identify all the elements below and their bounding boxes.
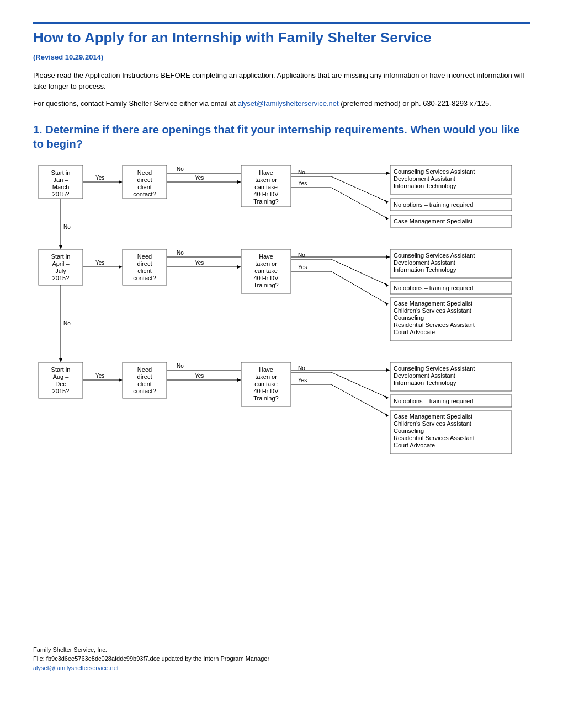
svg-text:2015?: 2015? — [52, 388, 70, 394]
footer-line2: File: fb9c3d6ee5763e8dc028afddc99b93f7.d… — [33, 654, 530, 663]
svg-line-37 — [331, 188, 386, 218]
svg-text:Yes: Yes — [195, 373, 204, 379]
svg-line-82 — [331, 271, 386, 303]
svg-text:Children's Services Assistant: Children's Services Assistant — [394, 420, 471, 427]
svg-text:No: No — [177, 250, 184, 256]
svg-text:Training?: Training? — [253, 395, 278, 402]
svg-text:can take: can take — [254, 381, 278, 387]
svg-text:Training?: Training? — [253, 282, 278, 288]
svg-text:contact?: contact? — [133, 191, 156, 197]
svg-text:can take: can take — [254, 184, 278, 190]
svg-text:Yes: Yes — [195, 175, 204, 181]
intro-para1: Please read the Application Instructions… — [33, 70, 530, 92]
svg-line-125 — [331, 372, 386, 397]
svg-text:No: No — [298, 252, 305, 258]
svg-text:direct: direct — [137, 176, 152, 183]
svg-marker-43 — [59, 245, 62, 249]
svg-text:Start in: Start in — [51, 169, 71, 176]
footer-email: alyset@familyshelterservice.net — [33, 663, 530, 673]
svg-marker-100 — [119, 378, 123, 382]
footer-email-link[interactable]: alyset@familyshelterservice.net — [33, 665, 119, 671]
svg-text:Need: Need — [137, 169, 152, 176]
svg-text:Yes: Yes — [298, 377, 307, 383]
svg-text:No: No — [298, 169, 305, 175]
svg-text:Case Management Specialist: Case Management Specialist — [394, 413, 472, 420]
svg-marker-22 — [237, 180, 241, 184]
svg-marker-132 — [385, 413, 389, 417]
svg-text:Information Technology: Information Technology — [394, 266, 456, 273]
svg-text:Training?: Training? — [253, 198, 278, 205]
section1-title: 1. Determine if there are openings that … — [33, 122, 530, 151]
svg-text:March: March — [52, 184, 70, 190]
svg-text:Development Assistant: Development Assistant — [394, 175, 455, 182]
svg-text:No options – training required: No options – training required — [394, 398, 473, 404]
svg-text:Case Management Specialist: Case Management Specialist — [394, 300, 472, 307]
flowchart-diagram: Start in Jan – March 2015? Yes Need dire… — [33, 160, 530, 634]
svg-text:Yes: Yes — [298, 264, 307, 270]
svg-text:Development Assistant: Development Assistant — [394, 372, 455, 379]
contact-text: For questions, contact Family Shelter Se… — [33, 98, 530, 109]
svg-text:Development Assistant: Development Assistant — [394, 259, 455, 266]
email-link[interactable]: alyset@familyshelterservice.net — [238, 99, 339, 108]
svg-text:No: No — [177, 166, 184, 172]
svg-marker-67 — [237, 265, 241, 269]
svg-text:Residential Services Assistant: Residential Services Assistant — [394, 322, 475, 328]
svg-text:Children's Services Assistant: Children's Services Assistant — [394, 307, 471, 314]
svg-text:No: No — [298, 365, 305, 371]
footer-line1: Family Shelter Service, Inc. — [33, 645, 530, 655]
footer: Family Shelter Service, Inc. File: fb9c3… — [33, 645, 530, 673]
svg-text:No: No — [177, 363, 184, 369]
svg-text:Dec: Dec — [55, 381, 66, 387]
svg-text:40 Hr DV: 40 Hr DV — [253, 191, 279, 197]
svg-text:Start in: Start in — [51, 366, 71, 373]
svg-text:Need: Need — [137, 366, 152, 373]
svg-text:Have: Have — [259, 253, 273, 260]
svg-text:client: client — [137, 381, 152, 387]
revised-label: (Revised 10.29.2014) — [33, 53, 103, 61]
svg-text:contact?: contact? — [133, 275, 156, 281]
top-border — [33, 22, 530, 24]
svg-marker-51 — [119, 265, 123, 269]
svg-text:Case Management Specialist: Case Management Specialist — [394, 218, 472, 224]
svg-marker-126 — [385, 395, 389, 399]
svg-text:Information Technology: Information Technology — [394, 379, 456, 386]
svg-text:2015?: 2015? — [52, 191, 70, 197]
svg-text:taken or: taken or — [255, 176, 277, 183]
page-title: How to Apply for an Internship with Fami… — [33, 29, 530, 63]
svg-text:Have: Have — [259, 169, 273, 176]
svg-text:40 Hr DV: 40 Hr DV — [253, 275, 279, 281]
svg-text:direct: direct — [137, 373, 152, 380]
svg-text:direct: direct — [137, 260, 152, 267]
svg-line-76 — [331, 259, 386, 285]
svg-text:Counseling Services Assistant: Counseling Services Assistant — [394, 365, 475, 372]
svg-text:Counseling Services Assistant: Counseling Services Assistant — [394, 168, 475, 175]
svg-text:client: client — [137, 184, 152, 190]
svg-text:Jan –: Jan – — [54, 176, 69, 183]
svg-text:Aug –: Aug – — [53, 373, 70, 380]
svg-text:Court Advocate: Court Advocate — [394, 329, 435, 335]
svg-marker-60 — [386, 255, 390, 259]
svg-marker-38 — [385, 216, 389, 220]
svg-marker-32 — [385, 200, 389, 204]
svg-text:Court Advocate: Court Advocate — [394, 442, 435, 448]
svg-text:April –: April – — [52, 260, 70, 267]
svg-marker-83 — [385, 302, 389, 306]
svg-text:contact?: contact? — [133, 388, 156, 394]
svg-text:2015?: 2015? — [52, 275, 70, 281]
svg-text:No options – training required: No options – training required — [394, 201, 473, 208]
svg-text:Yes: Yes — [95, 373, 104, 379]
svg-text:July: July — [55, 267, 66, 274]
svg-text:Yes: Yes — [95, 260, 104, 266]
svg-text:Information Technology: Information Technology — [394, 183, 456, 189]
svg-text:Counseling: Counseling — [394, 314, 424, 321]
svg-text:No options – training required: No options – training required — [394, 285, 473, 291]
svg-text:taken or: taken or — [255, 260, 277, 267]
svg-marker-109 — [386, 368, 390, 372]
svg-line-131 — [331, 384, 386, 415]
svg-marker-92 — [59, 358, 62, 362]
svg-text:Yes: Yes — [298, 180, 307, 186]
svg-marker-116 — [237, 378, 241, 382]
svg-text:Yes: Yes — [95, 175, 104, 181]
svg-text:Yes: Yes — [195, 260, 204, 266]
svg-text:taken or: taken or — [255, 373, 277, 380]
